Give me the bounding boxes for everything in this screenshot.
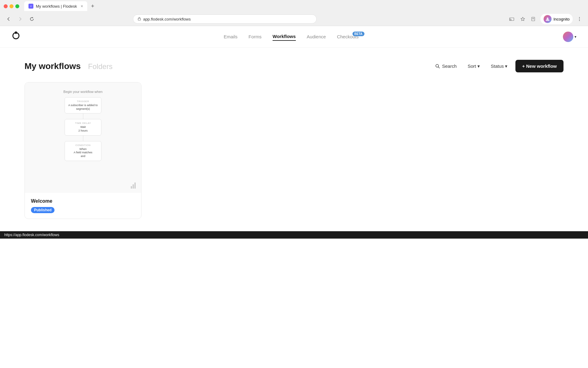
flodesk-favicon-icon: f bbox=[29, 4, 33, 8]
svg-point-12 bbox=[15, 31, 17, 34]
workflow-card[interactable]: Begin your workflow when TRIGGER A subsc… bbox=[24, 82, 141, 219]
preview-node-trigger: TRIGGER A subscriber is added to segment… bbox=[65, 97, 101, 113]
workflow-preview-diagram: Begin your workflow when TRIGGER A subsc… bbox=[31, 90, 135, 161]
app-logo bbox=[12, 29, 23, 44]
new-tab-button[interactable]: + bbox=[91, 3, 94, 10]
page-content: My workflows Folders Search Sort ▾ Statu… bbox=[0, 48, 588, 231]
star-icon[interactable] bbox=[518, 15, 527, 23]
nav-links: Emails Forms Workflows Audience Checkout… bbox=[224, 33, 364, 41]
preview-node-trigger-text: A subscriber is added to segment(s) bbox=[68, 104, 98, 111]
refresh-icon bbox=[29, 17, 34, 21]
incognito-label: Incognito bbox=[553, 17, 570, 21]
incognito-avatar-icon bbox=[545, 17, 550, 21]
address-text: app.flodesk.com/workflows bbox=[143, 17, 190, 21]
svg-rect-6 bbox=[533, 18, 534, 19]
tab-title: My workflows | Flodesk bbox=[36, 4, 77, 9]
star-icon-svg bbox=[520, 17, 525, 21]
app: Emails Forms Workflows Audience Checkout… bbox=[0, 26, 588, 231]
flodesk-logo-icon bbox=[12, 29, 23, 42]
search-icon bbox=[435, 64, 440, 69]
status-url: https://app.flodesk.com/workflows bbox=[4, 233, 59, 237]
page-header-left: My workflows Folders bbox=[24, 61, 113, 71]
avatar-dropdown[interactable]: ▾ bbox=[563, 32, 576, 42]
preview-node-condition-text: WhenA field matchesand bbox=[68, 148, 98, 158]
browser-tab[interactable]: f My workflows | Flodesk × bbox=[24, 1, 87, 11]
stats-bar-3 bbox=[134, 182, 136, 189]
nav-emails[interactable]: Emails bbox=[224, 33, 237, 40]
search-button[interactable]: Search bbox=[432, 62, 460, 71]
toolbar-right: Incognito bbox=[507, 14, 584, 24]
menu-icon[interactable] bbox=[575, 15, 584, 23]
sort-button[interactable]: Sort ▾ bbox=[465, 62, 483, 71]
svg-point-10 bbox=[579, 20, 580, 21]
tab-favicon: f bbox=[28, 4, 33, 9]
page-title: My workflows bbox=[24, 61, 81, 71]
status-button[interactable]: Status ▾ bbox=[488, 62, 511, 71]
app-avatar[interactable] bbox=[563, 32, 573, 42]
preview-begin-label: Begin your workflow when bbox=[63, 90, 103, 94]
cast-icon-svg bbox=[509, 17, 514, 21]
avatar-caret-icon: ▾ bbox=[575, 35, 576, 39]
maximize-dot[interactable] bbox=[15, 4, 19, 8]
browser-traffic-lights bbox=[4, 4, 19, 8]
tab-close-button[interactable]: × bbox=[81, 4, 83, 9]
lock-icon-svg bbox=[138, 17, 141, 21]
svg-point-9 bbox=[579, 19, 580, 19]
forward-button[interactable] bbox=[16, 15, 24, 23]
workflow-card-preview: Begin your workflow when TRIGGER A subsc… bbox=[25, 82, 141, 193]
back-button[interactable] bbox=[4, 15, 13, 23]
address-bar[interactable]: app.flodesk.com/workflows bbox=[133, 14, 317, 24]
sort-label: Sort bbox=[468, 63, 476, 69]
preview-node-condition: CONDITION WhenA field matchesand bbox=[65, 141, 101, 161]
svg-text:f: f bbox=[31, 5, 32, 8]
cast-icon[interactable] bbox=[507, 15, 516, 23]
account-icon[interactable] bbox=[530, 15, 538, 23]
browser-toolbar: app.flodesk.com/workflows Incognito bbox=[0, 12, 588, 26]
svg-rect-2 bbox=[138, 18, 141, 20]
preview-node-delay-text: Wait2 hours bbox=[68, 125, 98, 132]
new-workflow-button[interactable]: + New workflow bbox=[515, 60, 564, 72]
more-menu-icon bbox=[577, 17, 582, 21]
stats-bar-2 bbox=[133, 184, 134, 189]
status-bar: https://app.flodesk.com/workflows bbox=[0, 231, 588, 239]
minimize-dot[interactable] bbox=[9, 4, 13, 8]
search-label: Search bbox=[442, 63, 457, 69]
svg-line-14 bbox=[438, 67, 439, 68]
svg-point-4 bbox=[510, 20, 510, 21]
app-nav: Emails Forms Workflows Audience Checkout… bbox=[0, 26, 588, 48]
beta-badge: BETA bbox=[352, 32, 364, 36]
refresh-button[interactable] bbox=[28, 15, 36, 23]
incognito-button[interactable]: Incognito bbox=[541, 14, 573, 24]
stats-icon bbox=[131, 182, 136, 189]
page-header-right: Search Sort ▾ Status ▾ + New workflow bbox=[432, 60, 564, 72]
back-icon bbox=[6, 17, 11, 21]
nav-forms[interactable]: Forms bbox=[249, 33, 262, 40]
preview-node-trigger-type: TRIGGER bbox=[68, 100, 98, 103]
page-header: My workflows Folders Search Sort ▾ Statu… bbox=[24, 60, 564, 72]
folders-link[interactable]: Folders bbox=[88, 62, 113, 71]
workflow-status-badge: Published bbox=[31, 207, 55, 213]
workflow-name: Welcome bbox=[31, 198, 135, 204]
preview-node-delay-type: TIME DELAY bbox=[68, 122, 98, 125]
workflow-card-footer: Welcome Published bbox=[25, 193, 141, 219]
sort-caret-icon: ▾ bbox=[477, 63, 480, 69]
preview-node-condition-type: CONDITION bbox=[68, 144, 98, 147]
browser-chrome: f My workflows | Flodesk × + app.flodesk… bbox=[0, 0, 588, 26]
lock-icon bbox=[138, 17, 141, 21]
status-caret-icon: ▾ bbox=[505, 63, 507, 69]
stats-bar-1 bbox=[131, 186, 132, 189]
nav-audience[interactable]: Audience bbox=[307, 33, 326, 40]
preview-node-delay: TIME DELAY Wait2 hours bbox=[65, 119, 101, 135]
status-label: Status bbox=[491, 63, 504, 69]
svg-rect-3 bbox=[510, 18, 514, 21]
nav-checkouts-wrapper: Checkouts BETA bbox=[337, 33, 364, 40]
preview-connector-1 bbox=[83, 113, 83, 119]
workflow-grid: Begin your workflow when TRIGGER A subsc… bbox=[24, 82, 514, 219]
nav-workflows[interactable]: Workflows bbox=[273, 33, 296, 41]
incognito-avatar bbox=[544, 15, 552, 23]
svg-point-8 bbox=[579, 17, 580, 18]
account-icon-svg bbox=[531, 17, 536, 21]
preview-connector-2 bbox=[83, 136, 83, 141]
close-dot[interactable] bbox=[4, 4, 8, 8]
browser-titlebar: f My workflows | Flodesk × + bbox=[0, 0, 588, 12]
